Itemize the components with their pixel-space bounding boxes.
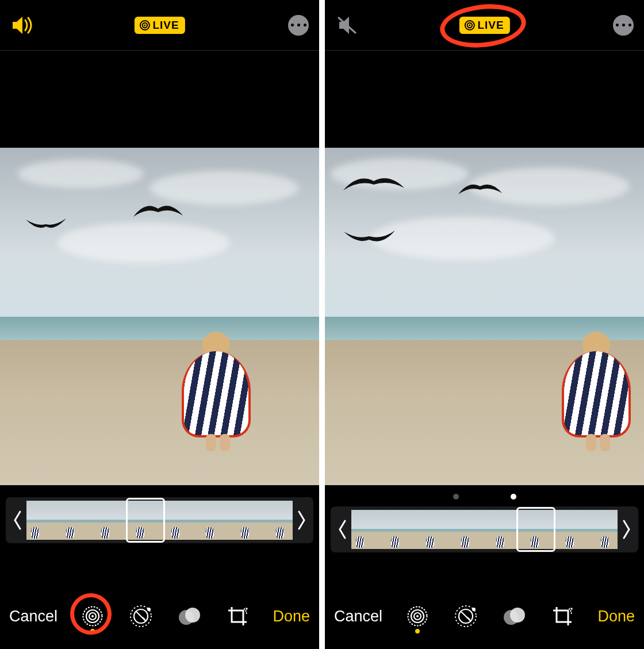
live-label: LIVE <box>477 19 504 32</box>
live-target-icon <box>463 20 475 31</box>
svg-point-2 <box>144 24 145 26</box>
svg-point-11 <box>185 608 200 623</box>
frame-thumbnail[interactable] <box>60 501 93 540</box>
sound-on-icon[interactable] <box>10 13 36 38</box>
live-label: LIVE <box>152 19 179 32</box>
top-bar: LIVE <box>325 0 644 51</box>
frame-strip <box>0 485 319 543</box>
svg-point-9 <box>147 608 151 611</box>
frame-thumbnail[interactable] <box>584 510 618 549</box>
bird-icon <box>342 227 397 249</box>
crop-tool-icon[interactable] <box>224 600 251 632</box>
filters-tool-icon[interactable] <box>501 600 527 632</box>
live-photo-tool-icon[interactable] <box>79 600 106 632</box>
child-figure <box>202 332 251 437</box>
bird-icon <box>457 179 503 197</box>
bottom-toolbar: Cancel <box>0 594 319 649</box>
frame-thumbnail[interactable] <box>485 510 518 549</box>
frame-thumbnail[interactable] <box>193 501 226 540</box>
filters-tool-icon[interactable] <box>176 600 202 632</box>
frame-thumbnail[interactable] <box>351 510 385 549</box>
prev-frame-icon[interactable] <box>333 506 351 552</box>
strip-page-dots <box>331 494 638 503</box>
frame-thumbnail[interactable] <box>418 510 451 549</box>
done-button[interactable]: Done <box>597 608 635 625</box>
frame-thumbnail[interactable] <box>126 501 160 540</box>
svg-point-23 <box>510 608 525 623</box>
live-target-icon <box>139 20 150 31</box>
svg-point-21 <box>472 608 476 611</box>
svg-point-14 <box>469 24 470 26</box>
done-button[interactable]: Done <box>273 608 310 625</box>
more-button[interactable] <box>288 15 309 36</box>
frame-thumbnail[interactable] <box>226 501 259 540</box>
cancel-button[interactable]: Cancel <box>334 608 382 625</box>
svg-point-5 <box>91 615 94 617</box>
photo-preview[interactable] <box>325 148 644 485</box>
adjust-tool-icon[interactable] <box>453 600 479 632</box>
prev-frame-icon[interactable] <box>8 497 26 543</box>
top-bar: LIVE <box>0 0 319 51</box>
frame-strip <box>325 485 644 552</box>
bottom-toolbar: Cancel <box>325 594 644 649</box>
svg-point-17 <box>416 615 419 617</box>
child-figure <box>582 332 631 437</box>
frame-thumbnail[interactable] <box>551 510 584 549</box>
more-button[interactable] <box>613 15 634 36</box>
next-frame-icon[interactable] <box>618 506 636 552</box>
bird-icon <box>342 171 405 194</box>
live-badge[interactable]: LIVE <box>134 17 185 34</box>
screen-right: LIVE <box>325 0 644 649</box>
adjust-tool-icon[interactable] <box>128 600 154 632</box>
sound-off-icon[interactable] <box>335 13 361 38</box>
frame-thumbnail[interactable] <box>259 501 293 540</box>
frame-thumbnail[interactable] <box>451 510 485 549</box>
frame-thumbnail[interactable] <box>385 510 418 549</box>
screen-left: LIVE <box>0 0 319 649</box>
bird-icon <box>23 214 69 237</box>
frame-thumbnail[interactable] <box>93 501 126 540</box>
live-photo-tool-icon[interactable] <box>404 600 431 632</box>
frame-thumbnail[interactable] <box>518 510 551 549</box>
next-frame-icon[interactable] <box>293 497 311 543</box>
frame-thumbnail[interactable] <box>160 501 193 540</box>
photo-preview[interactable] <box>0 148 319 485</box>
bird-icon <box>132 199 184 220</box>
crop-tool-icon[interactable] <box>549 600 576 632</box>
frame-thumbnail[interactable] <box>26 501 60 540</box>
live-badge[interactable]: LIVE <box>459 17 509 34</box>
cancel-button[interactable]: Cancel <box>9 608 57 625</box>
